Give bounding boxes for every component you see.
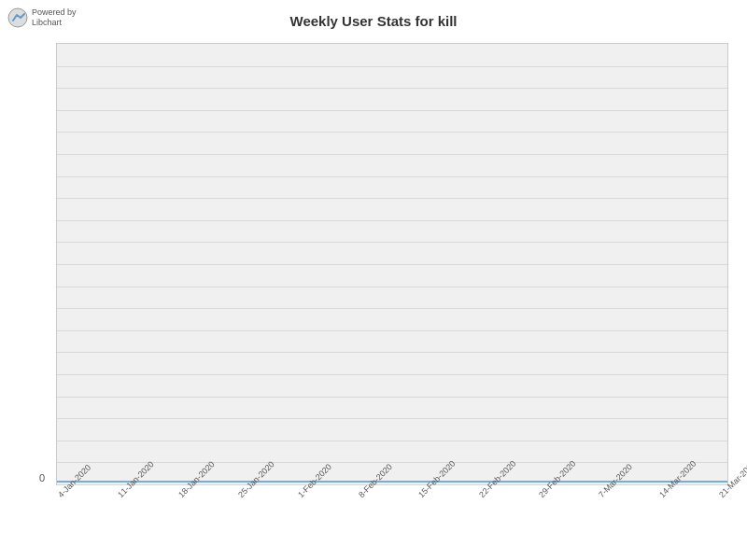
y-axis-zero-label: 0 [39, 472, 45, 483]
branding: Powered by Libchart [7, 7, 77, 28]
grid-lines [57, 44, 727, 484]
x-label-6: 15-Feb-2020 [416, 485, 431, 500]
x-label-4: 1-Feb-2020 [296, 485, 311, 500]
x-label-3: 25-Jan-2020 [236, 485, 251, 500]
branding-text: Powered by Libchart [32, 7, 77, 28]
x-label-1: 11-Jan-2020 [116, 485, 131, 500]
libchart-logo-icon [7, 7, 28, 28]
x-label-5: 8-Feb-2020 [357, 485, 372, 500]
chart-title: Weekly User Stats for kill [0, 0, 747, 33]
x-label-8: 29-Feb-2020 [537, 485, 552, 500]
x-label-7: 22-Feb-2020 [477, 485, 492, 500]
x-axis: 4-Jan-2020 11-Jan-2020 18-Jan-2020 25-Ja… [56, 487, 728, 560]
x-label-9: 7-Mar-2020 [597, 485, 612, 500]
svg-point-0 [8, 8, 27, 27]
data-line [57, 481, 727, 483]
chart-area [56, 43, 728, 485]
x-label-0: 4-Jan-2020 [56, 485, 71, 500]
x-label-2: 18-Jan-2020 [176, 485, 191, 500]
x-label-11: 21-Mar-2020 [717, 485, 732, 500]
x-label-10: 14-Mar-2020 [657, 485, 672, 500]
